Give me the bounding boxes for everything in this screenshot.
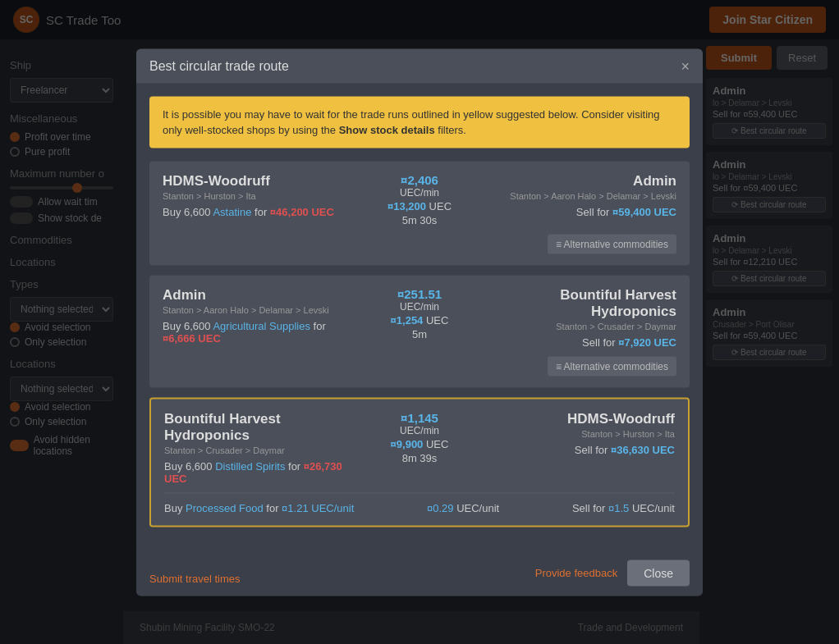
route-card-2-right: Bountiful HarvestHydroponics Stanton > C… [473,286,676,348]
route-card-1-left: HDMS-Woodruff Stanton > Hurston > Ita Bu… [163,172,366,217]
route-card-1-left-name: HDMS-Woodruff [163,172,366,189]
route-card-3-uec-total: ¤9,900 UEC [374,437,465,450]
route-card-3-uec-min: ¤1,145 [374,410,465,424]
route-card-1-sell: Sell for ¤59,400 UEC [473,205,676,217]
route-card-2-row: Admin Stanton > Aaron Halo > Delamar > L… [163,286,676,348]
modal-footer-right: Provide feedback Close [535,560,690,586]
route-card-2-sell: Sell for ¤7,920 UEC [473,336,676,348]
warning-link: Show stock details [339,124,435,136]
route-card-1-right-path: Stanton > Aaron Halo > Delamar > Levski [473,190,676,200]
route-card-3-right-path: Stanton > Hurston > Ita [473,428,675,438]
route-card-2-alt-row: ≡ Alternative commodities [163,356,676,376]
route-card-3-left-path: Stanton > Crusader > Daymar [164,445,366,454]
route-card-2-uec-total: ¤1,254 UEC [374,313,465,326]
route-card-2-buy: Buy 6,600 Agricultural Supplies for ¤6,6… [163,319,366,344]
route-card-2-alt-btn[interactable]: ≡ Alternative commodities [548,356,676,376]
route-card-3-extra-left: Buy Processed Food for ¤1.21 UEC/unit [164,501,354,514]
route-card-3-sell: Sell for ¤36,630 UEC [473,443,675,455]
route-card-1-right: Admin Stanton > Aaron Halo > Delamar > L… [473,172,676,217]
route-card-3-buy: Buy 6,600 Distilled Spirits for ¤26,730 … [164,459,366,484]
route-card-3-extra-center: ¤0.29 UEC/unit [427,501,499,514]
route-card-1-time: 5m 30s [374,213,465,226]
route-card-3: Bountiful HarvestHydroponics Stanton > C… [149,397,690,527]
modal-body: It is possible you may have to wait for … [136,83,703,550]
route-card-1-sell-price: ¤59,400 UEC [612,205,676,217]
route-card-1-uec-min-label: UEC/min [374,186,465,198]
route-card-3-center: ¤1,145 UEC/min ¤9,900 UEC 8m 39s [366,410,473,464]
trade-route-modal: Best circular trade route × It is possib… [136,48,703,596]
route-card-2: Admin Stanton > Aaron Halo > Delamar > L… [149,275,690,387]
route-card-1: HDMS-Woodruff Stanton > Hurston > Ita Bu… [149,161,690,265]
modal-header: Best circular trade route × [136,48,703,83]
route-card-2-right-name: Bountiful HarvestHydroponics [473,286,676,319]
route-card-3-commodity[interactable]: Distilled Spirits [215,459,285,472]
route-card-3-extra-right: Sell for ¤1.5 UEC/unit [572,501,675,514]
route-card-1-buy: Buy 6,600 Astatine for ¤46,200 UEC [163,205,366,217]
close-modal-button[interactable]: Close [627,560,690,586]
route-card-2-uec-min-label: UEC/min [374,300,465,312]
route-card-1-alt-row: ≡ Alternative commodities [163,234,676,253]
route-card-3-time: 8m 39s [374,451,465,464]
route-card-1-alt-btn[interactable]: ≡ Alternative commodities [548,234,676,253]
route-card-1-row: HDMS-Woodruff Stanton > Hurston > Ita Bu… [163,172,676,226]
route-card-1-left-path: Stanton > Hurston > Ita [163,190,366,200]
route-card-2-left-path: Stanton > Aaron Halo > Delamar > Levski [163,304,366,314]
route-card-2-sell-price: ¤7,920 UEC [618,336,676,348]
feedback-button[interactable]: Provide feedback [535,567,617,579]
route-card-1-uec-total: ¤13,200 UEC [374,199,465,212]
route-card-3-extra-center-price: ¤0.29 [427,501,454,514]
route-card-3-uec-min-label: UEC/min [374,424,465,436]
route-card-3-left: Bountiful HarvestHydroponics Stanton > C… [164,410,366,484]
route-card-3-extra-sell: ¤1.5 [608,501,629,514]
modal-title: Best circular trade route [149,58,289,73]
submit-travel-button[interactable]: Submit travel times [149,572,241,584]
route-card-2-uec-min: ¤251.51 [374,286,465,300]
route-card-2-commodity[interactable]: Agricultural Supplies [213,319,310,331]
route-card-2-price: ¤6,666 UEC [163,331,221,344]
route-card-2-right-path: Stanton > Crusader > Daymar [473,321,676,331]
route-card-2-center: ¤251.51 UEC/min ¤1,254 UEC 5m [366,286,473,340]
route-card-3-right-name: HDMS-Woodruff [473,410,675,427]
route-card-1-commodity[interactable]: Astatine [213,205,251,217]
route-card-3-right: HDMS-Woodruff Stanton > Hurston > Ita Se… [473,410,675,455]
warning-box: It is possible you may have to wait for … [149,96,690,148]
route-card-2-time: 5m [374,327,465,340]
modal-footer: Submit travel times Provide feedback Clo… [136,550,703,596]
warning-suffix: filters. [435,124,466,136]
route-card-3-left-name: Bountiful HarvestHydroponics [164,410,366,443]
route-card-1-center: ¤2,406 UEC/min ¤13,200 UEC 5m 30s [366,172,473,226]
route-card-2-left-name: Admin [163,286,366,303]
route-card-3-extra-price: ¤1.21 UEC/unit [282,501,354,514]
route-card-3-sell-price: ¤36,630 UEC [611,443,675,455]
route-card-3-extra-row: Buy Processed Food for ¤1.21 UEC/unit ¤0… [164,492,675,514]
modal-close-button[interactable]: × [681,58,690,73]
route-card-3-row: Bountiful HarvestHydroponics Stanton > C… [164,410,675,484]
route-card-1-right-name: Admin [473,172,676,189]
modal-overlay[interactable]: Best circular trade route × It is possib… [0,0,839,644]
route-card-1-price: ¤46,200 UEC [270,205,334,217]
route-card-3-extra-commodity[interactable]: Processed Food [186,501,264,514]
route-card-2-left: Admin Stanton > Aaron Halo > Delamar > L… [163,286,366,344]
route-card-1-uec-min: ¤2,406 [374,172,465,186]
